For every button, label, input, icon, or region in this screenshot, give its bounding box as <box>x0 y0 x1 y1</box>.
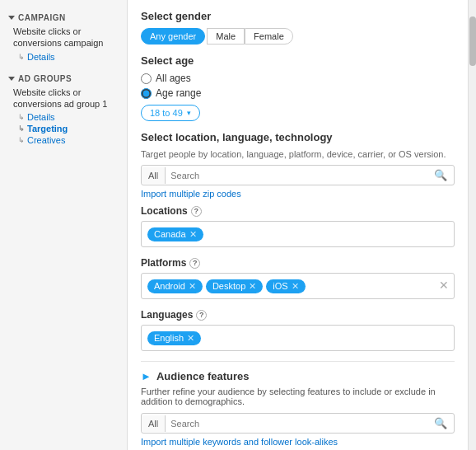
platforms-clear-icon[interactable]: ✕ <box>439 279 449 292</box>
platforms-field-section: Platforms ? Android ✕ Desktop ✕ iOS ✕ ✕ <box>141 257 455 299</box>
audience-subtitle: Further refine your audience by selectin… <box>141 387 455 406</box>
age-section: All ages Age range 18 to 49 ▾ <box>141 73 455 121</box>
gender-button-group: Any gender Male Female <box>141 28 455 45</box>
sidebar: CAMPAIGN Website clicks or conversions c… <box>0 0 128 450</box>
audience-search-bar: All 🔍 <box>141 413 455 434</box>
scrollbar-thumb[interactable] <box>469 16 476 66</box>
age-range-dropdown[interactable]: 18 to 49 ▾ <box>141 105 200 121</box>
platform-tag-ios-close[interactable]: ✕ <box>292 281 299 292</box>
audience-search-all-tab[interactable]: All <box>142 415 166 432</box>
location-search-bar: All 🔍 <box>141 165 455 185</box>
audience-import-link[interactable]: Import multiple keywords and follower lo… <box>141 437 455 447</box>
platforms-field-box: Android ✕ Desktop ✕ iOS ✕ ✕ <box>141 273 455 299</box>
platforms-help-icon[interactable]: ? <box>189 258 200 269</box>
age-all-ages-radio[interactable] <box>141 73 152 84</box>
audience-chevron-icon: ► <box>141 370 152 382</box>
sidebar-item-creatives[interactable]: ↳ Creatives <box>0 134 127 146</box>
location-tag-canada: Canada ✕ <box>147 227 203 241</box>
main-content: Select gender Any gender Male Female Sel… <box>128 0 468 450</box>
age-range-chevron-icon: ▾ <box>187 109 191 117</box>
sidebar-item-adgroup-details[interactable]: ↳ Details <box>0 111 127 123</box>
gender-female-button[interactable]: Female <box>245 28 293 45</box>
platform-tag-desktop: Desktop ✕ <box>206 279 263 293</box>
audience-search-input[interactable] <box>166 415 427 432</box>
platform-tag-android-close[interactable]: ✕ <box>189 281 196 292</box>
audience-search-icon: 🔍 <box>427 414 454 433</box>
languages-help-icon[interactable]: ? <box>196 310 207 321</box>
languages-field-box: English ✕ <box>141 325 455 351</box>
platform-tag-android: Android ✕ <box>147 279 203 293</box>
language-tag-english: English ✕ <box>147 331 201 345</box>
adgroup-name: Website clicks or conversions ad group 1 <box>0 85 127 112</box>
adgroups-collapse-icon[interactable] <box>8 77 15 81</box>
age-range-option[interactable]: Age range <box>141 87 455 99</box>
campaign-name: Website clicks or conversions campaign <box>0 24 127 51</box>
import-zip-link[interactable]: Import multiple zip codes <box>141 189 455 199</box>
audience-title: Audience features <box>156 370 250 382</box>
audience-header: ► Audience features <box>141 370 455 382</box>
adgroups-section-header: AD GROUPS <box>0 69 127 85</box>
location-section: Select location, language, technology Ta… <box>141 131 455 351</box>
select-gender-title: Select gender <box>141 10 455 22</box>
sidebar-item-targeting[interactable]: ↳ Targeting <box>0 123 127 134</box>
age-all-ages-option[interactable]: All ages <box>141 73 455 84</box>
platform-tag-ios: iOS ✕ <box>266 279 305 293</box>
audience-features-section: ► Audience features Further refine your … <box>141 370 455 450</box>
sidebar-item-campaign-details[interactable]: ↳ Details <box>0 51 127 63</box>
languages-field-section: Languages ? English ✕ <box>141 309 455 351</box>
age-range-radio[interactable] <box>141 88 152 99</box>
location-search-icon: 🔍 <box>427 166 454 185</box>
locations-field-section: Locations ? Canada ✕ <box>141 205 455 247</box>
select-age-title: Select age <box>141 54 455 67</box>
locations-help-icon[interactable]: ? <box>191 206 202 217</box>
locations-field-box: Canada ✕ <box>141 221 455 247</box>
gender-any-button[interactable]: Any gender <box>141 28 205 45</box>
section-divider <box>141 361 455 362</box>
location-tag-canada-close[interactable]: ✕ <box>189 229 197 240</box>
campaign-collapse-icon[interactable] <box>8 16 15 20</box>
location-search-all-tab[interactable]: All <box>142 167 166 184</box>
language-tag-english-close[interactable]: ✕ <box>187 333 194 344</box>
location-search-input[interactable] <box>166 167 427 184</box>
scrollbar-track <box>468 0 476 450</box>
location-subtitle: Target people by location, language, pla… <box>141 149 455 159</box>
platforms-label: Platforms ? <box>141 257 455 269</box>
platform-tag-desktop-close[interactable]: ✕ <box>249 281 256 292</box>
locations-label: Locations ? <box>141 205 455 217</box>
location-section-title: Select location, language, technology <box>141 131 455 143</box>
languages-label: Languages ? <box>141 309 455 321</box>
gender-male-button[interactable]: Male <box>207 28 245 45</box>
campaign-section-header: CAMPAIGN <box>0 8 127 24</box>
age-radio-group: All ages Age range <box>141 73 455 99</box>
